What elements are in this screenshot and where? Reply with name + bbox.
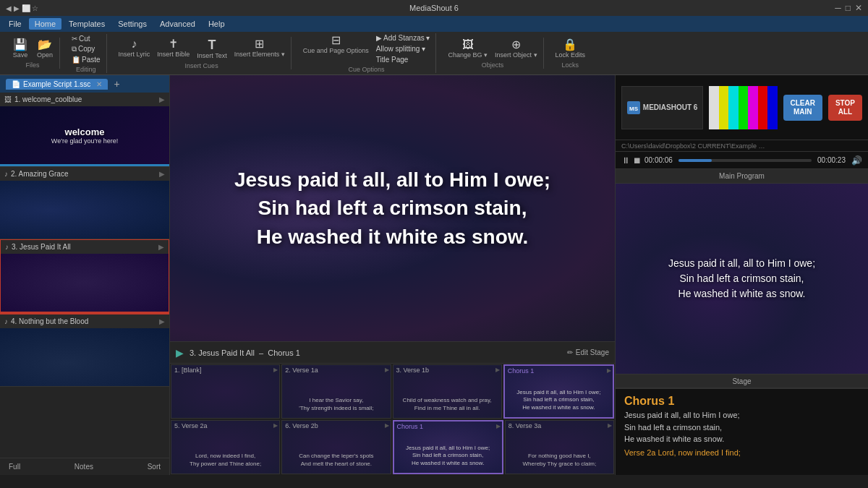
script-icon: 📄: [12, 80, 20, 88]
strip-cell-7-arrow: ▶: [496, 423, 501, 429]
cue-strip-row-1: 1. [Blank] ▶ 2. Verse 1a ▶ I hear the Sa…: [170, 364, 615, 419]
title-page-button[interactable]: Title Page: [373, 55, 433, 64]
sort-button[interactable]: Sort: [145, 461, 163, 472]
titlebar: ◀ ▶ ⬜ ☆ MediaShout 6 ─ □ ✕: [0, 0, 868, 16]
strip-cell-5-content: Lord, now indeed I find,Thy power and Th…: [174, 453, 276, 468]
paste-button[interactable]: 📋 Paste: [69, 55, 103, 64]
strip-cell-6[interactable]: 6. Verse 2b ▶ Can change the leper's spo…: [281, 420, 391, 474]
strip-cell-3-content: Child of weakness watch and pray,Find in…: [396, 397, 498, 412]
edit-stage-label: Edit Stage: [576, 348, 609, 356]
strip-cell-5-label: 5. Verse 2a: [174, 422, 276, 429]
save-button[interactable]: 💾 Save: [9, 38, 32, 60]
cue-3-title: 3. Jesus Paid It All: [12, 243, 156, 251]
stage-lyric-3: He washed it white as snow.: [624, 433, 859, 445]
strip-cell-7-content: Jesus paid it all, all to Him I owe;Sin …: [397, 445, 499, 467]
maximize-icon[interactable]: □: [846, 3, 851, 13]
add-script-tab-button[interactable]: +: [111, 78, 122, 90]
locks-label: Locks: [562, 61, 579, 69]
strip-cell-2-arrow: ▶: [385, 367, 389, 373]
clear-main-button[interactable]: CLEAR MAIN: [783, 95, 822, 121]
insert-text-button[interactable]: T Insert Text: [194, 37, 229, 61]
script-tab-label: Example Script 1.ssc: [23, 80, 90, 88]
cue-3-thumbnail: [1, 254, 169, 312]
cue-3-bar: [1, 312, 169, 314]
insert-object-button[interactable]: ⊕ Insert Object ▾: [492, 38, 540, 60]
cue-item-2[interactable]: ♪ 2. Amazing Grace ▶: [0, 167, 169, 239]
menu-templates[interactable]: Templates: [63, 18, 111, 30]
strip-cell-3[interactable]: 3. Verse 1b ▶ Child of weakness watch an…: [393, 364, 502, 419]
progress-bar[interactable]: [678, 159, 812, 162]
preview-text: Jesus paid it all, all to Him I owe; Sin…: [234, 166, 550, 251]
menu-advanced[interactable]: Advanced: [154, 18, 201, 30]
objects-group: 🖼 Change BG ▾ ⊕ Insert Object ▾ Objects: [442, 38, 543, 69]
edit-stage-button[interactable]: ✏ Edit Stage: [567, 348, 609, 356]
script-tab[interactable]: 📄 Example Script 1.ssc ✕: [6, 79, 108, 90]
lock-edits-button[interactable]: 🔒 Lock Edits: [553, 38, 589, 60]
open-button[interactable]: 📂 Open: [33, 38, 56, 60]
cue-4-title: 4. Nothing but the Blood: [11, 317, 156, 325]
strip-cell-4-content: Jesus paid it all, all to Him I owe;Sin …: [508, 389, 610, 411]
strip-cell-5[interactable]: 5. Verse 2a ▶ Lord, now indeed I find,Th…: [171, 420, 280, 474]
strip-cell-1[interactable]: 1. [Blank] ▶: [171, 364, 280, 419]
stage-lyric-2: Sin had left a crimson stain,: [624, 421, 859, 434]
volume-icon[interactable]: 🔊: [851, 155, 862, 166]
color-bar-6: [758, 86, 767, 129]
toolbar: 💾 Save 📂 Open Files ✂ Cut ⧉ Copy 📋 Paste: [0, 32, 868, 75]
left-footer: Full Notes Sort: [0, 458, 169, 475]
menu-settings[interactable]: Settings: [112, 18, 153, 30]
color-bar-3: [728, 86, 738, 129]
minimize-icon[interactable]: ─: [835, 3, 841, 13]
insert-bible-button[interactable]: ✝ Insert Bible: [154, 37, 192, 61]
cue-item-1[interactable]: 🖼 1. welcome_coolblue ▶ welcome We're gl…: [0, 93, 169, 167]
object-icon: ⊕: [511, 39, 521, 51]
cue-options-icon: ⊟: [331, 35, 341, 46]
main-program-section: Main Program Jesus paid it all, all to H…: [616, 169, 868, 374]
cue-item-3[interactable]: ♪ 3. Jesus Paid It All ▶: [0, 239, 169, 314]
play-pause-button[interactable]: ⏸: [621, 155, 630, 166]
cut-icon: ✂: [72, 35, 77, 43]
stage-header: Stage: [616, 374, 868, 388]
close-icon[interactable]: ✕: [855, 3, 862, 13]
change-bg-button[interactable]: 🖼 Change BG ▾: [445, 38, 490, 60]
main-program-title: Main Program: [719, 172, 765, 180]
insert-lyric-button[interactable]: ♪ Insert Lyric: [116, 37, 153, 61]
cue-2-arrow: ▶: [159, 170, 165, 178]
allow-splitting-button[interactable]: ▶ Add Stanzas ▾: [373, 33, 433, 43]
strip-cell-7-chorus[interactable]: Chorus 1 ▶ Jesus paid it all, all to Him…: [393, 420, 503, 474]
cut-button[interactable]: ✂ Cut: [69, 34, 103, 43]
right-panel: MS MEDIASHOUT 6 CLEAR MAIN STOP ALL: [615, 75, 868, 475]
files-group: 💾 Save 📂 Open Files: [6, 38, 60, 69]
cue-item-4[interactable]: ♪ 4. Nothing but the Blood ▶: [0, 314, 169, 387]
strip-cell-8[interactable]: 8. Verse 3a ▶ For nothing good have I,Wh…: [505, 420, 614, 474]
script-close-icon[interactable]: ✕: [96, 80, 102, 88]
cue-1-bar: [0, 164, 169, 166]
allow-splitting-dropdown[interactable]: Allow splitting ▾: [373, 44, 433, 53]
strip-cell-5-arrow: ▶: [273, 422, 278, 429]
open-icon: 📂: [38, 39, 52, 51]
insert-elements-button[interactable]: ⊞ Insert Elements ▾: [231, 37, 288, 61]
menubar: File Home Templates Settings Advanced He…: [0, 16, 868, 32]
menu-home[interactable]: Home: [29, 18, 61, 30]
lyric-icon: ♪: [131, 38, 137, 50]
copy-button[interactable]: ⧉ Copy: [69, 44, 103, 54]
cue-1-icon: 🖼: [4, 95, 12, 103]
paste-icon: 📋: [72, 56, 80, 64]
files-label: Files: [25, 61, 39, 69]
strip-cell-4-chorus[interactable]: Chorus 1 ▶ Jesus paid it all, all to Him…: [503, 364, 614, 419]
color-bar-4: [739, 86, 748, 129]
cue-play-button[interactable]: ▶: [176, 347, 184, 359]
cue-strip: ▶ 3. Jesus Paid It All – Chorus 1 ✏ Edit…: [170, 341, 615, 475]
cue-page-options-button[interactable]: ⊟ Cue and Page Options: [300, 33, 372, 64]
notes-button[interactable]: Notes: [72, 461, 96, 472]
stage-lyric-1: Jesus paid it all, all to Him I owe;: [624, 409, 859, 421]
cue-2-icon: ♪: [4, 170, 8, 178]
full-button[interactable]: Full: [6, 461, 23, 472]
stop-button[interactable]: ⏹: [633, 155, 642, 166]
strip-cell-2-content: I hear the Savior say,'Thy strength inde…: [285, 397, 387, 412]
strip-cell-7-label: Chorus 1: [397, 423, 499, 430]
menu-help[interactable]: Help: [203, 18, 231, 30]
strip-cell-2[interactable]: 2. Verse 1a ▶ I hear the Savior say,'Thy…: [281, 364, 391, 419]
cue-3-icon: ♪: [5, 243, 9, 251]
menu-file[interactable]: File: [3, 18, 27, 30]
stop-all-button[interactable]: STOP ALL: [828, 95, 862, 121]
